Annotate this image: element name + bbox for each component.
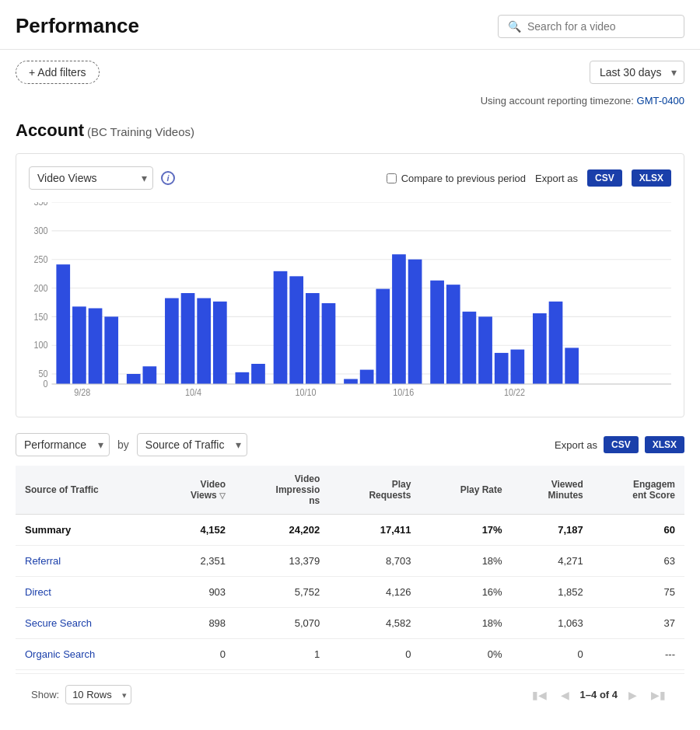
- svg-rect-30: [306, 293, 320, 384]
- date-range-select[interactable]: Last 30 days Last 7 days Last 90 days Cu…: [590, 61, 684, 84]
- cell-summary-impressions: 24,202: [235, 515, 329, 546]
- table-row-referral: Referral 2,351 13,379 8,703 18% 4,271 63: [16, 546, 684, 577]
- cell-direct-engagement: 75: [593, 577, 684, 608]
- show-label: Show:: [31, 689, 59, 700]
- cell-summary-views: 4,152: [154, 515, 235, 546]
- compare-checkbox-label[interactable]: Compare to previous period: [387, 173, 526, 184]
- referral-link[interactable]: Referral: [25, 555, 61, 567]
- search-input[interactable]: [527, 20, 674, 33]
- direct-link[interactable]: Direct: [25, 586, 51, 598]
- cell-organic-search-engagement: ---: [593, 639, 684, 670]
- chart-export-xlsx-button[interactable]: XLSX: [632, 169, 671, 187]
- cell-summary-engagement: 60: [593, 515, 684, 546]
- pagination-controls: ▮◀ ◀ 1–4 of 4 ▶ ▶▮: [529, 686, 669, 704]
- svg-text:0: 0: [44, 379, 48, 389]
- table-export-xlsx-button[interactable]: XLSX: [645, 436, 684, 453]
- cell-secure-search-name: Secure Search: [16, 608, 154, 639]
- svg-rect-33: [360, 370, 374, 384]
- info-icon[interactable]: i: [161, 171, 175, 185]
- traffic-select[interactable]: Source of Traffic: [137, 433, 247, 456]
- cell-organic-search-viewed-minutes: 0: [512, 639, 593, 670]
- organic-search-link[interactable]: Organic Search: [25, 648, 95, 660]
- col-viewed-minutes: ViewedMinutes: [512, 466, 593, 515]
- table-header: Source of Traffic VideoViews ▽ VideoImpr…: [16, 466, 684, 515]
- cell-organic-search-views: 0: [154, 639, 235, 670]
- table-toolbar-right: Export as CSV XLSX: [555, 436, 684, 453]
- account-section: Account (BC Training Videos): [0, 114, 700, 153]
- svg-rect-28: [274, 271, 288, 384]
- chart-svg: 350 300 250 200 150 100 50 0: [29, 202, 671, 404]
- cell-summary-play-requests: 17,411: [329, 515, 420, 546]
- table-row-organic-search: Organic Search 0 1 0 0% 0 ---: [16, 639, 684, 670]
- svg-text:100: 100: [34, 341, 48, 351]
- svg-rect-37: [430, 281, 444, 384]
- svg-rect-17: [72, 306, 86, 384]
- compare-checkbox-input[interactable]: [387, 173, 397, 183]
- svg-rect-40: [478, 316, 492, 384]
- table-row-summary: Summary 4,152 24,202 17,411 17% 7,187 60: [16, 515, 684, 546]
- svg-rect-43: [533, 313, 547, 384]
- table-row-secure-search: Secure Search 898 5,070 4,582 18% 1,063 …: [16, 608, 684, 639]
- svg-rect-25: [213, 302, 227, 384]
- metric-select[interactable]: Video Views Video Impressions Play Reque…: [29, 166, 153, 190]
- add-filters-button[interactable]: + Add filters: [16, 61, 100, 84]
- cell-organic-search-play-requests: 0: [329, 639, 420, 670]
- cell-summary-name: Summary: [16, 515, 154, 546]
- table-row-direct: Direct 903 5,752 4,126 16% 1,852 75: [16, 577, 684, 608]
- last-page-button[interactable]: ▶▮: [648, 686, 669, 704]
- cell-referral-impressions: 13,379: [235, 546, 329, 577]
- cell-secure-search-views: 898: [154, 608, 235, 639]
- perf-select-wrapper: Performance: [16, 433, 110, 456]
- col-play-rate: Play Rate: [420, 466, 511, 515]
- table-body: Summary 4,152 24,202 17,411 17% 7,187 60…: [16, 515, 684, 670]
- svg-rect-24: [197, 299, 211, 385]
- svg-rect-22: [165, 299, 179, 385]
- rows-per-page-select[interactable]: 10 Rows 25 Rows 50 Rows: [65, 685, 131, 704]
- show-rows: Show: 10 Rows 25 Rows 50 Rows: [31, 685, 131, 704]
- page-info: 1–4 of 4: [580, 689, 618, 700]
- cell-organic-search-impressions: 1: [235, 639, 329, 670]
- search-icon: 🔍: [508, 20, 521, 33]
- col-engagement: Engagement Score: [593, 466, 684, 515]
- chart-container: Video Views Video Impressions Play Reque…: [16, 153, 684, 417]
- svg-text:10/4: 10/4: [185, 388, 201, 398]
- cell-referral-viewed-minutes: 4,271: [512, 546, 593, 577]
- by-label: by: [117, 438, 129, 451]
- toolbar: + Add filters Last 30 days Last 7 days L…: [0, 50, 700, 95]
- next-page-button[interactable]: ▶: [625, 686, 640, 704]
- prev-page-button[interactable]: ◀: [558, 686, 572, 704]
- svg-rect-34: [376, 289, 390, 384]
- svg-rect-23: [181, 293, 195, 384]
- secure-search-link[interactable]: Secure Search: [25, 617, 92, 629]
- svg-rect-18: [89, 309, 103, 385]
- cell-referral-engagement: 63: [593, 546, 684, 577]
- table-section: Performance by Source of Traffic Export …: [16, 433, 684, 715]
- first-page-button[interactable]: ▮◀: [529, 686, 550, 704]
- chart-export-csv-button[interactable]: CSV: [587, 169, 622, 187]
- svg-text:50: 50: [39, 369, 48, 379]
- cell-secure-search-play-rate: 18%: [420, 608, 511, 639]
- svg-rect-31: [322, 303, 336, 384]
- timezone-link[interactable]: GMT-0400: [637, 95, 684, 107]
- cell-organic-search-play-rate: 0%: [420, 639, 511, 670]
- svg-rect-20: [127, 374, 141, 384]
- date-range-wrapper: Last 30 days Last 7 days Last 90 days Cu…: [590, 61, 684, 84]
- svg-rect-38: [446, 285, 460, 384]
- svg-rect-44: [549, 302, 563, 384]
- cell-referral-play-rate: 18%: [420, 546, 511, 577]
- svg-rect-16: [56, 264, 70, 384]
- svg-rect-42: [511, 350, 525, 384]
- cell-direct-impressions: 5,752: [235, 577, 329, 608]
- chart-toolbar-right: Compare to previous period Export as CSV…: [387, 169, 671, 187]
- svg-rect-35: [392, 254, 406, 384]
- data-table: Source of Traffic VideoViews ▽ VideoImpr…: [16, 466, 684, 670]
- search-box[interactable]: 🔍: [498, 15, 684, 38]
- table-export-csv-button[interactable]: CSV: [604, 436, 639, 453]
- col-impressions: VideoImpressions: [235, 466, 329, 515]
- perf-select[interactable]: Performance: [16, 433, 110, 456]
- cell-referral-views: 2,351: [154, 546, 235, 577]
- cell-secure-search-play-requests: 4,582: [329, 608, 420, 639]
- table-export-label: Export as: [555, 439, 597, 451]
- svg-text:9/28: 9/28: [74, 388, 90, 398]
- chart-toolbar-left: Video Views Video Impressions Play Reque…: [29, 166, 175, 190]
